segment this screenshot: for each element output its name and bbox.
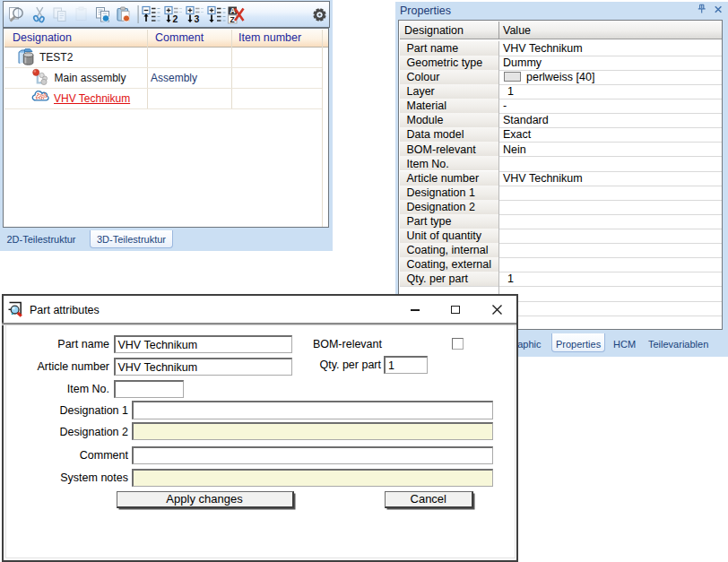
svg-text:2: 2 bbox=[173, 13, 178, 24]
svg-text:A: A bbox=[230, 6, 235, 15]
svg-text:3: 3 bbox=[195, 13, 200, 24]
svg-text:Z: Z bbox=[230, 15, 234, 24]
